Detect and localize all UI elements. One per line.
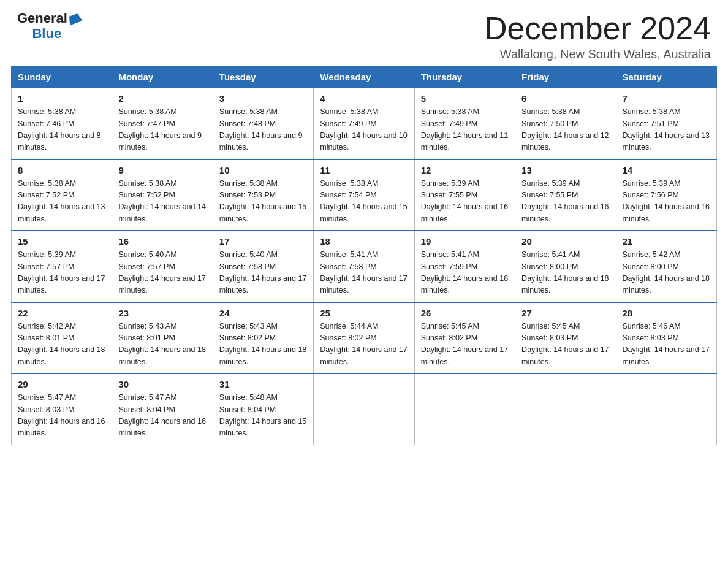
day-info: Sunrise: 5:43 AM Sunset: 8:01 PM Dayligh…: [118, 321, 206, 369]
day-info: Sunrise: 5:38 AM Sunset: 7:46 PM Dayligh…: [18, 106, 105, 154]
day-number: 18: [320, 236, 408, 247]
calendar-day-cell: 31 Sunrise: 5:48 AM Sunset: 8:04 PM Dayl…: [213, 373, 313, 445]
calendar-day-cell: 16 Sunrise: 5:40 AM Sunset: 7:57 PM Dayl…: [112, 231, 213, 302]
sunrise-label: Sunrise: 5:45 AM: [421, 322, 479, 331]
daylight-label: Daylight: 14 hours and 18 minutes.: [623, 274, 710, 294]
day-number: 8: [18, 165, 105, 175]
calendar-day-cell: 28 Sunrise: 5:46 AM Sunset: 8:03 PM Dayl…: [616, 302, 716, 374]
sunset-label: Sunset: 8:00 PM: [623, 262, 679, 271]
daylight-label: Daylight: 14 hours and 18 minutes.: [118, 345, 205, 366]
calendar-week-row: 29 Sunrise: 5:47 AM Sunset: 8:03 PM Dayl…: [12, 373, 717, 445]
sunrise-label: Sunrise: 5:43 AM: [219, 322, 278, 331]
daylight-label: Daylight: 14 hours and 13 minutes.: [18, 202, 105, 223]
calendar-day-cell: 13 Sunrise: 5:39 AM Sunset: 7:55 PM Dayl…: [515, 159, 616, 231]
sunset-label: Sunset: 7:53 PM: [219, 191, 276, 199]
day-number: 2: [118, 93, 206, 104]
sunset-label: Sunset: 7:56 PM: [623, 191, 679, 199]
sunrise-label: Sunrise: 5:48 AM: [219, 393, 278, 402]
daylight-label: Daylight: 14 hours and 16 minutes.: [521, 202, 609, 223]
sunrise-label: Sunrise: 5:45 AM: [521, 322, 580, 331]
col-wednesday: Wednesday: [314, 67, 414, 88]
day-number: 25: [320, 308, 408, 318]
day-info: Sunrise: 5:38 AM Sunset: 7:54 PM Dayligh…: [320, 178, 408, 226]
calendar-day-cell: 18 Sunrise: 5:41 AM Sunset: 7:58 PM Dayl…: [314, 231, 414, 302]
day-info: Sunrise: 5:43 AM Sunset: 8:02 PM Dayligh…: [219, 321, 307, 369]
day-info: Sunrise: 5:38 AM Sunset: 7:52 PM Dayligh…: [118, 178, 206, 226]
day-number: 20: [521, 236, 609, 247]
day-info: Sunrise: 5:46 AM Sunset: 8:03 PM Dayligh…: [623, 321, 710, 369]
calendar-day-cell: 11 Sunrise: 5:38 AM Sunset: 7:54 PM Dayl…: [314, 159, 414, 231]
sunrise-label: Sunrise: 5:39 AM: [623, 179, 681, 188]
calendar-day-cell: 20 Sunrise: 5:41 AM Sunset: 8:00 PM Dayl…: [515, 231, 616, 302]
daylight-label: Daylight: 14 hours and 17 minutes.: [320, 274, 407, 294]
calendar-day-cell: 7 Sunrise: 5:38 AM Sunset: 7:51 PM Dayli…: [616, 88, 716, 159]
calendar-table: Sunday Monday Tuesday Wednesday Thursday…: [11, 66, 717, 445]
calendar-day-cell: 4 Sunrise: 5:38 AM Sunset: 7:49 PM Dayli…: [314, 88, 414, 159]
sunset-label: Sunset: 8:04 PM: [118, 405, 175, 414]
calendar-day-cell: 6 Sunrise: 5:38 AM Sunset: 7:50 PM Dayli…: [515, 88, 616, 159]
sunset-label: Sunset: 8:01 PM: [118, 334, 175, 342]
sunrise-label: Sunrise: 5:38 AM: [219, 107, 278, 116]
day-info: Sunrise: 5:47 AM Sunset: 8:04 PM Dayligh…: [118, 392, 206, 440]
day-number: 3: [219, 93, 307, 104]
day-info: Sunrise: 5:39 AM Sunset: 7:57 PM Dayligh…: [18, 249, 105, 297]
day-info: Sunrise: 5:45 AM Sunset: 8:02 PM Dayligh…: [421, 321, 509, 369]
calendar-day-cell: 15 Sunrise: 5:39 AM Sunset: 7:57 PM Dayl…: [12, 231, 112, 302]
col-tuesday: Tuesday: [213, 67, 313, 88]
daylight-label: Daylight: 14 hours and 13 minutes.: [623, 131, 710, 151]
sunset-label: Sunset: 8:02 PM: [320, 334, 376, 342]
sunset-label: Sunset: 7:49 PM: [421, 120, 477, 128]
sunset-label: Sunset: 7:52 PM: [118, 191, 175, 199]
col-monday: Monday: [112, 67, 213, 88]
sunrise-label: Sunrise: 5:38 AM: [521, 107, 580, 116]
daylight-label: Daylight: 14 hours and 14 minutes.: [118, 202, 205, 223]
col-friday: Friday: [515, 67, 616, 88]
day-number: 23: [118, 308, 206, 318]
daylight-label: Daylight: 14 hours and 12 minutes.: [521, 131, 609, 151]
sunset-label: Sunset: 8:00 PM: [521, 262, 578, 271]
day-info: Sunrise: 5:38 AM Sunset: 7:49 PM Dayligh…: [421, 106, 509, 154]
day-number: 26: [421, 308, 509, 318]
day-number: 14: [623, 165, 710, 175]
title-area: December 2024 Wallalong, New South Wales…: [484, 11, 711, 61]
svg-marker-0: [68, 13, 82, 26]
daylight-label: Daylight: 14 hours and 16 minutes.: [421, 202, 508, 223]
daylight-label: Daylight: 14 hours and 18 minutes.: [18, 345, 105, 366]
daylight-label: Daylight: 14 hours and 17 minutes.: [219, 274, 306, 294]
day-info: Sunrise: 5:41 AM Sunset: 7:59 PM Dayligh…: [421, 249, 509, 297]
day-info: Sunrise: 5:42 AM Sunset: 8:00 PM Dayligh…: [623, 249, 710, 297]
sunset-label: Sunset: 8:01 PM: [18, 334, 74, 342]
sunrise-label: Sunrise: 5:47 AM: [118, 393, 176, 402]
sunset-label: Sunset: 7:50 PM: [521, 120, 578, 128]
day-number: 11: [320, 165, 408, 175]
sunset-label: Sunset: 7:52 PM: [18, 191, 74, 199]
daylight-label: Daylight: 14 hours and 16 minutes.: [118, 417, 205, 437]
day-info: Sunrise: 5:38 AM Sunset: 7:51 PM Dayligh…: [623, 106, 710, 154]
sunset-label: Sunset: 8:03 PM: [623, 334, 679, 342]
calendar-day-cell: [616, 373, 716, 445]
day-number: 28: [623, 308, 710, 318]
sunrise-label: Sunrise: 5:38 AM: [623, 107, 681, 116]
day-info: Sunrise: 5:39 AM Sunset: 7:56 PM Dayligh…: [623, 178, 710, 226]
day-info: Sunrise: 5:38 AM Sunset: 7:50 PM Dayligh…: [521, 106, 609, 154]
sunrise-label: Sunrise: 5:44 AM: [320, 322, 378, 331]
day-number: 10: [219, 165, 307, 175]
logo-line2: Blue: [17, 26, 61, 42]
sunset-label: Sunset: 8:04 PM: [219, 405, 276, 414]
daylight-label: Daylight: 14 hours and 18 minutes.: [421, 274, 508, 294]
day-info: Sunrise: 5:38 AM Sunset: 7:53 PM Dayligh…: [219, 178, 307, 226]
sunrise-label: Sunrise: 5:38 AM: [320, 179, 378, 188]
day-number: 5: [421, 93, 509, 104]
daylight-label: Daylight: 14 hours and 10 minutes.: [320, 131, 407, 151]
calendar-day-cell: 24 Sunrise: 5:43 AM Sunset: 8:02 PM Dayl…: [213, 302, 313, 374]
calendar-day-cell: [314, 373, 414, 445]
sunset-label: Sunset: 7:58 PM: [320, 262, 376, 271]
page-header: General Blue December 2024 Wallalong, Ne…: [0, 0, 728, 66]
calendar-day-cell: 14 Sunrise: 5:39 AM Sunset: 7:56 PM Dayl…: [616, 159, 716, 231]
sunset-label: Sunset: 7:51 PM: [623, 120, 679, 128]
calendar-body: 1 Sunrise: 5:38 AM Sunset: 7:46 PM Dayli…: [12, 88, 717, 445]
day-info: Sunrise: 5:48 AM Sunset: 8:04 PM Dayligh…: [219, 392, 307, 440]
day-number: 6: [521, 93, 609, 104]
day-info: Sunrise: 5:38 AM Sunset: 7:48 PM Dayligh…: [219, 106, 307, 154]
calendar-week-row: 22 Sunrise: 5:42 AM Sunset: 8:01 PM Dayl…: [12, 302, 717, 374]
